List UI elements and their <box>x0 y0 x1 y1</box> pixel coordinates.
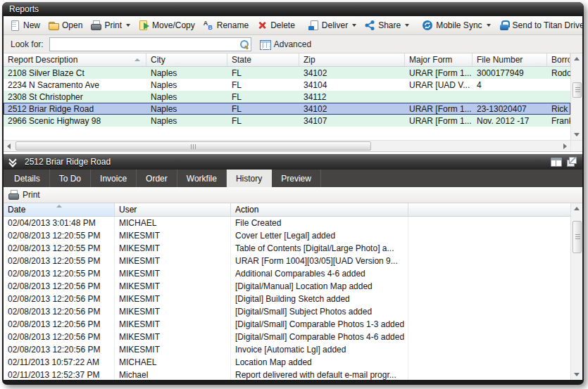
history-row[interactable]: 02/08/2013 12:20:55 PM MIKESMIT Table of… <box>4 242 570 255</box>
history-row[interactable]: 02/08/2013 12:20:55 PM MIKESMIT Addition… <box>4 267 570 280</box>
table-row[interactable]: 2966 Scenic Highway 98 Naples FL 34107 U… <box>4 115 570 127</box>
history-row[interactable]: 02/08/2013 12:20:56 PM MIKESMIT [Digital… <box>4 305 570 318</box>
tab-invoice[interactable]: Invoice <box>91 170 137 187</box>
new-button[interactable]: New <box>6 18 44 32</box>
history-row[interactable]: 02/08/2013 12:20:56 PM MIKESMIT [Digital… <box>4 280 570 293</box>
cell-date: 02/08/2013 12:20:56 PM <box>4 293 115 305</box>
cell-city: Naples <box>146 67 227 79</box>
cell-zip: 34104 <box>299 79 405 91</box>
tab-history[interactable]: History <box>227 170 272 187</box>
send-to-titan-drive-button[interactable]: Send to Titan Drive <box>495 18 582 32</box>
history-row[interactable]: 02/08/2013 12:20:56 PM MIKESMIT Invoice … <box>4 343 570 356</box>
cell-date: 02/08/2013 12:20:56 PM <box>4 280 115 293</box>
new-button-label: New <box>23 20 40 30</box>
column-label: Borro <box>551 55 570 65</box>
history-vertical-scrollbar[interactable] <box>570 203 582 380</box>
table-row-selected[interactable]: 2512 Briar Ridge Road Naples FL 34102 UR… <box>4 103 570 115</box>
look-for-label: Look for: <box>11 39 44 49</box>
send-to-titan-drive-label: Send to Titan Drive <box>513 20 582 30</box>
column-label: Report Description <box>8 55 77 65</box>
cell-date: 02/08/2013 12:20:55 PM <box>4 255 115 267</box>
table-row[interactable]: 2308 St Christopher Naples FL 34112 <box>4 91 570 103</box>
scroll-up-button[interactable] <box>572 203 582 214</box>
column-label: Date <box>8 205 25 215</box>
tab-order[interactable]: Order <box>137 170 177 187</box>
chevron-down-icon[interactable] <box>352 24 356 27</box>
scrollbar-corner <box>570 141 582 151</box>
column-header-report-description[interactable]: Report Description <box>4 53 146 66</box>
collapse-double-chevron-icon[interactable] <box>8 158 20 166</box>
scroll-thumb[interactable] <box>573 82 582 98</box>
popout-window-icon[interactable] <box>566 157 577 167</box>
cell-date: 02/08/2013 12:20:56 PM <box>4 305 115 318</box>
main-toolbar: New Open Print Move/Copy Rename Dele <box>4 16 582 35</box>
scroll-right-button[interactable] <box>560 141 570 151</box>
tab-workfile[interactable]: Workfile <box>177 170 227 187</box>
history-row[interactable]: 02/08/2013 12:20:55 PM MIKESMIT URAR [Fo… <box>4 255 570 267</box>
history-row[interactable]: 02/04/2013 3:01:48 PM MICHAEL File Creat… <box>4 217 570 229</box>
history-row[interactable]: 02/08/2013 12:20:56 PM MIKESMIT [Digital… <box>4 318 570 331</box>
delete-button[interactable]: Delete <box>253 18 299 32</box>
history-print-button[interactable]: Print <box>23 190 40 200</box>
share-button[interactable]: Share <box>361 18 413 32</box>
rename-button[interactable]: Rename <box>199 18 252 32</box>
tab-details[interactable]: Details <box>5 170 50 187</box>
scroll-up-button[interactable] <box>572 53 582 64</box>
cell-city: Naples <box>146 115 227 127</box>
cell-report-description: 2966 Scenic Highway 98 <box>4 115 146 127</box>
column-header-zip[interactable]: Zip <box>299 53 405 66</box>
column-header-file-number[interactable]: File Number <box>473 53 547 66</box>
column-header-borrower[interactable]: Borro <box>547 53 570 66</box>
history-row[interactable]: 02/11/2013 12:52:37 PM Michael Report de… <box>4 369 570 380</box>
history-row[interactable]: 02/08/2013 12:20:55 PM MIKESMIT Cover Le… <box>4 229 570 242</box>
print-button[interactable]: Print <box>87 18 134 32</box>
column-header-date[interactable]: Date <box>4 203 115 216</box>
scroll-left-button[interactable] <box>4 141 14 151</box>
printer-icon <box>90 20 101 31</box>
reports-vertical-scrollbar[interactable] <box>570 53 582 140</box>
column-header-state[interactable]: State <box>227 53 299 66</box>
tab-label: Preview <box>281 174 311 184</box>
reports-horizontal-scrollbar[interactable] <box>4 141 570 151</box>
history-toolbar: Print <box>4 187 582 203</box>
cell-user: MIKESMIT <box>115 305 231 318</box>
triangle-left-icon <box>7 144 11 149</box>
column-header-major-form[interactable]: Major Form <box>405 53 473 66</box>
tab-to-do[interactable]: To Do <box>50 170 91 187</box>
cell-file-number: 4 <box>473 79 547 91</box>
advanced-button[interactable]: Advanced <box>257 37 314 51</box>
chevron-down-icon[interactable] <box>487 24 491 27</box>
scroll-thumb[interactable] <box>573 221 582 253</box>
history-row[interactable]: 02/08/2013 12:20:56 PM MIKESMIT [Digital… <box>4 331 570 343</box>
scroll-down-button[interactable] <box>572 129 582 140</box>
dock-layout-icon[interactable] <box>551 158 562 167</box>
search-input[interactable] <box>53 39 238 50</box>
column-header-action[interactable]: Action <box>231 203 408 216</box>
table-row[interactable]: 2108 Silver Blaze Ct Naples FL 34102 URA… <box>4 67 570 79</box>
table-row[interactable]: 2234 N Sacramento Ave Naples FL 34104 UR… <box>4 79 570 91</box>
chevron-down-icon[interactable] <box>126 24 130 27</box>
cell-user: MICHAEL <box>115 217 231 229</box>
cell-action: [Digital/Manual] Location Map added <box>231 280 408 293</box>
search-icon[interactable] <box>238 39 249 50</box>
tab-preview[interactable]: Preview <box>272 170 321 187</box>
scroll-thumb[interactable] <box>15 141 371 151</box>
title-bar[interactable]: Reports <box>2 2 584 16</box>
column-header-user[interactable]: User <box>115 203 231 216</box>
mobile-sync-button[interactable]: Mobile Sync <box>418 18 494 32</box>
tab-label: Invoice <box>100 174 127 184</box>
cell-action: Table of Contents [Digital/Large Photo] … <box>231 242 408 255</box>
deliver-button[interactable]: Deliver <box>304 18 360 32</box>
cell-user: MIKESMIT <box>115 267 231 280</box>
column-label: Zip <box>304 55 315 65</box>
column-header-city[interactable]: City <box>146 53 227 66</box>
sort-asc-icon <box>56 205 62 208</box>
move-copy-button[interactable]: Move/Copy <box>135 18 199 32</box>
cell-user: MIKESMIT <box>115 280 231 293</box>
open-button[interactable]: Open <box>44 18 86 32</box>
scroll-down-button[interactable] <box>572 369 582 380</box>
column-label: User <box>119 205 137 215</box>
chevron-down-icon[interactable] <box>405 24 409 27</box>
history-row[interactable]: 02/08/2013 12:20:56 PM MIKESMIT [Digital… <box>4 293 570 305</box>
history-row[interactable]: 02/11/2013 10:57:22 AM MICHAEL Location … <box>4 356 570 369</box>
